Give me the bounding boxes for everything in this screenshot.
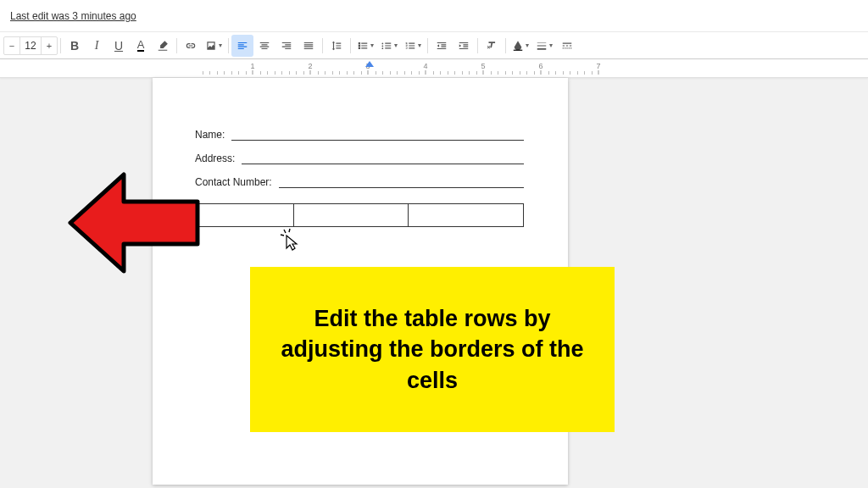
checklist-button[interactable]: ▾ [353, 35, 377, 57]
contact-label: Contact Number: [195, 176, 272, 188]
form-row-contact: Contact Number: [195, 176, 524, 188]
font-size-stepper[interactable]: − 12 + [3, 36, 58, 55]
table-cell[interactable] [294, 204, 409, 226]
underline-button[interactable]: U [108, 35, 130, 57]
ruler-tick: 5 [481, 62, 485, 75]
border-color-button[interactable]: ▾ [509, 35, 532, 57]
numbered-list-button[interactable]: ▾ [401, 35, 425, 57]
address-line[interactable] [242, 152, 524, 164]
separator [228, 38, 229, 53]
ruler-indent-marker[interactable] [365, 61, 374, 67]
ruler[interactable]: 1234567 [0, 59, 868, 78]
ruler-tick: 4 [423, 62, 427, 75]
indent-decrease-button[interactable] [431, 35, 453, 57]
align-right-button[interactable] [275, 35, 298, 57]
bold-button[interactable]: B [64, 35, 86, 57]
table-cell[interactable] [196, 204, 294, 226]
separator [176, 38, 177, 53]
last-edit-link[interactable]: Last edit was 3 minutes ago [10, 10, 136, 22]
insert-image-button[interactable]: ▾ [202, 35, 225, 57]
separator [505, 38, 506, 53]
separator [350, 38, 351, 53]
app-header: Last edit was 3 minutes ago [0, 0, 868, 32]
border-style-button[interactable] [556, 35, 578, 57]
highlight-button[interactable] [152, 35, 174, 57]
align-center-button[interactable] [253, 35, 275, 57]
insert-link-button[interactable] [180, 35, 202, 57]
ruler-tick: 1 [250, 62, 254, 75]
align-left-button[interactable] [231, 35, 253, 57]
separator [477, 38, 478, 53]
clear-formatting-button[interactable] [481, 35, 503, 57]
name-label: Name: [195, 129, 225, 141]
name-line[interactable] [231, 129, 524, 141]
font-size-value[interactable]: 12 [19, 37, 42, 54]
line-spacing-button[interactable] [326, 35, 348, 57]
document-table[interactable] [195, 203, 524, 227]
ruler-tick: 6 [538, 62, 542, 75]
border-width-button[interactable]: ▾ [532, 35, 556, 57]
instruction-callout: Edit the table rows by adjusting the bor… [250, 267, 615, 432]
form-row-address: Address: [195, 152, 524, 164]
toolbar: − 12 + B I U A ▾ ▾ ▾ ▾ [0, 32, 868, 59]
font-size-increase-button[interactable]: + [42, 37, 57, 54]
instruction-text: Edit the table rows by adjusting the bor… [274, 303, 591, 396]
align-justify-button[interactable] [298, 35, 320, 57]
address-label: Address: [195, 152, 235, 164]
table-cell[interactable] [409, 204, 523, 226]
svg-rect-0 [514, 49, 523, 50]
form-row-name: Name: [195, 129, 524, 141]
ruler-tick: 7 [596, 62, 600, 75]
separator [60, 38, 61, 53]
contact-line[interactable] [279, 176, 524, 188]
bullet-list-button[interactable]: ▾ [377, 35, 401, 57]
separator [322, 38, 323, 53]
ruler-tick: 2 [308, 62, 312, 75]
text-color-button[interactable]: A [130, 35, 152, 57]
font-size-decrease-button[interactable]: − [4, 37, 19, 54]
separator [427, 38, 428, 53]
italic-button[interactable]: I [86, 35, 108, 57]
indent-increase-button[interactable] [453, 35, 475, 57]
